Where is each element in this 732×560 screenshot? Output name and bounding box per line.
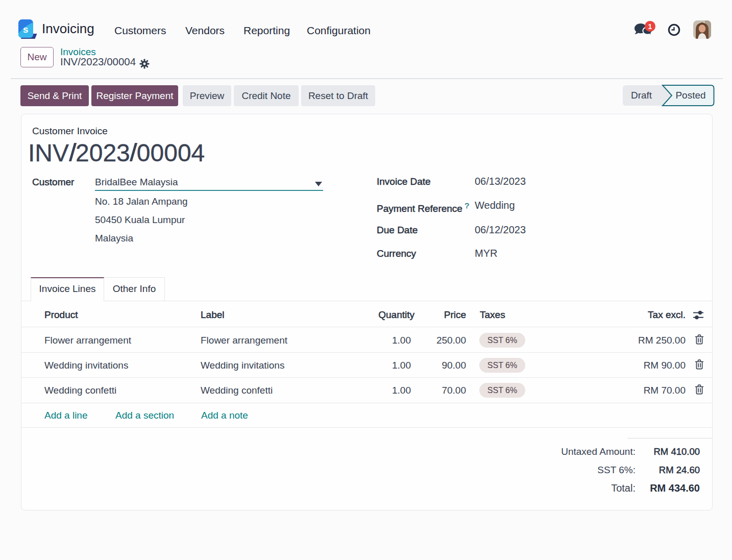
svg-text:1: 1 bbox=[648, 22, 652, 31]
svg-text:s: s bbox=[23, 24, 29, 35]
